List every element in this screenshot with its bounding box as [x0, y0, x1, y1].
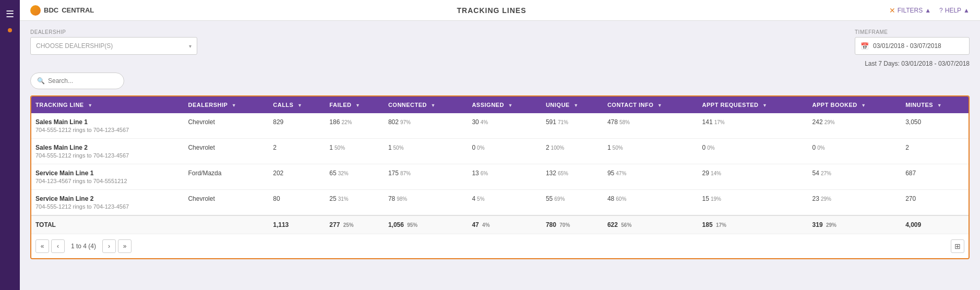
tracking-line-sub: 704-555-1212 rings to 704-123-4567 [35, 203, 180, 210]
col-appt-booked[interactable]: APPT BOOKED ▼ [808, 96, 902, 113]
cell-dealership: Chevrolet [184, 113, 269, 139]
col-tracking-line[interactable]: TRACKING LINE ▼ [31, 96, 184, 113]
filters-chevron: ▲ [925, 7, 931, 14]
total-label: TOTAL [31, 215, 184, 234]
col-unique[interactable]: UNIQUE ▼ [542, 96, 603, 113]
logo-subtitle: CENTRAL [62, 6, 94, 14]
cell-appt-requested: 00% [698, 139, 808, 164]
tracking-line-sub: 704-123-4567 rings to 704-5551212 [35, 178, 180, 184]
dealership-filter-group: DEALERSHIP CHOOSE DEALERSHIP(S) ▾ [30, 29, 197, 55]
total-dealership [184, 215, 269, 234]
page-title: TRACKING LINES [94, 6, 889, 15]
total-failed: 277 25% [325, 215, 384, 234]
cell-contact-info: 4860% [603, 190, 698, 216]
sort-appt-requested: ▼ [762, 103, 767, 108]
topbar-actions: ✕ FILTERS ▲ ? HELP ▲ [889, 6, 970, 15]
total-unique: 780 70% [542, 215, 603, 234]
cell-tracking-line: Sales Main Line 1 704-555-1212 rings to … [31, 113, 184, 139]
sidebar: ☰ [0, 0, 20, 290]
total-appt-booked: 319 29% [808, 215, 902, 234]
cell-unique: 59171% [542, 113, 603, 139]
col-minutes[interactable]: MINUTES ▼ [901, 96, 969, 113]
last-page-button[interactable]: » [118, 239, 132, 253]
cell-appt-requested: 2914% [698, 164, 808, 190]
sort-failed: ▼ [355, 103, 360, 108]
col-contact-info[interactable]: CONTACT INFO ▼ [603, 96, 698, 113]
cell-unique: 5569% [542, 190, 603, 216]
cell-connected: 17587% [384, 164, 468, 190]
cell-unique: 2100% [542, 139, 603, 164]
cell-appt-booked: 24229% [808, 113, 902, 139]
cell-contact-info: 150% [603, 139, 698, 164]
sort-dealership: ▼ [232, 103, 236, 108]
cell-connected: 150% [384, 139, 468, 164]
col-failed[interactable]: FAILED ▼ [325, 96, 384, 113]
sort-minutes: ▼ [937, 103, 942, 108]
col-dealership[interactable]: DEALERSHIP ▼ [184, 96, 269, 113]
tracking-line-sub: 704-555-1212 rings to 704-123-4567 [35, 152, 180, 159]
cell-failed: 2531% [325, 190, 384, 216]
cell-tracking-line: Sales Main Line 2 704-555-1212 rings to … [31, 139, 184, 164]
total-minutes: 4,009 [901, 215, 969, 234]
cell-appt-requested: 14117% [698, 113, 808, 139]
table-row: Sales Main Line 1 704-555-1212 rings to … [31, 113, 969, 139]
export-button[interactable]: ⊞ [951, 239, 964, 253]
tracking-line-sub: 704-555-1212 rings to 704-123-4567 [35, 127, 180, 133]
app-logo: BDC CENTRAL [30, 5, 94, 16]
cell-assigned: 45% [468, 190, 542, 216]
cell-calls: 80 [269, 190, 325, 216]
menu-icon[interactable]: ☰ [2, 4, 18, 24]
table-footer: TOTAL 1,113 277 25% 1,056 95% 47 4% [31, 215, 969, 234]
col-calls[interactable]: CALLS ▼ [269, 96, 325, 113]
filters-label[interactable]: FILTERS [898, 7, 923, 14]
timeframe-input[interactable]: 📅 03/01/2018 - 03/07/2018 [855, 37, 970, 55]
sort-assigned: ▼ [508, 103, 512, 108]
cell-unique: 13265% [542, 164, 603, 190]
dealership-placeholder: CHOOSE DEALERSHIP(S) [36, 42, 113, 50]
cell-failed: 18622% [325, 113, 384, 139]
calendar-icon: 📅 [861, 42, 869, 50]
tracking-line-name: Service Main Line 2 [35, 195, 180, 202]
search-box[interactable]: 🔍 [30, 72, 124, 89]
table-row: Service Main Line 2 704-555-1212 rings t… [31, 190, 969, 216]
next-page-button[interactable]: › [102, 239, 116, 253]
cell-failed: 150% [325, 139, 384, 164]
search-container: 🔍 [30, 72, 970, 89]
tracking-line-name: Sales Main Line 2 [35, 144, 180, 151]
date-range-display: Last 7 Days: 03/01/2018 - 03/07/2018 [30, 60, 970, 67]
filter-icon: ✕ FILTERS ▲ [889, 6, 931, 15]
sidebar-indicator [8, 28, 12, 32]
logo-icon [30, 5, 41, 16]
cell-connected: 80297% [384, 113, 468, 139]
cell-calls: 829 [269, 113, 325, 139]
total-calls: 1,113 [269, 215, 325, 234]
timeframe-value: 03/01/2018 - 03/07/2018 [873, 42, 941, 50]
tracking-line-name: Service Main Line 1 [35, 170, 180, 177]
cell-calls: 202 [269, 164, 325, 190]
cell-contact-info: 9547% [603, 164, 698, 190]
total-contact-info: 622 56% [603, 215, 698, 234]
col-assigned[interactable]: ASSIGNED ▼ [468, 96, 542, 113]
prev-page-button[interactable]: ‹ [51, 239, 65, 253]
search-input[interactable] [48, 77, 117, 84]
dealership-chevron: ▾ [189, 43, 192, 49]
dealership-select[interactable]: CHOOSE DEALERSHIP(S) ▾ [30, 37, 197, 55]
col-connected[interactable]: CONNECTED ▼ [384, 96, 468, 113]
sort-connected: ▼ [431, 103, 436, 108]
first-page-button[interactable]: « [35, 239, 49, 253]
table-row: Sales Main Line 2 704-555-1212 rings to … [31, 139, 969, 164]
search-icon: 🔍 [37, 77, 45, 84]
tracking-lines-table: TRACKING LINE ▼ DEALERSHIP ▼ CALLS ▼ FAI… [31, 96, 969, 234]
cell-tracking-line: Service Main Line 2 704-555-1212 rings t… [31, 190, 184, 216]
cell-assigned: 00% [468, 139, 542, 164]
logo-text: BDC [44, 6, 58, 14]
sort-unique: ▼ [573, 103, 578, 108]
page-info: 1 to 4 (4) [67, 243, 100, 250]
cell-dealership: Ford/Mazda [184, 164, 269, 190]
cell-appt-booked: 00% [808, 139, 902, 164]
col-appt-requested[interactable]: APPT REQUESTED ▼ [698, 96, 808, 113]
help-link[interactable]: ? HELP ▲ [939, 7, 970, 14]
table-wrapper: TRACKING LINE ▼ DEALERSHIP ▼ CALLS ▼ FAI… [30, 95, 970, 259]
totals-row: TOTAL 1,113 277 25% 1,056 95% 47 4% [31, 215, 969, 234]
cell-appt-requested: 1519% [698, 190, 808, 216]
